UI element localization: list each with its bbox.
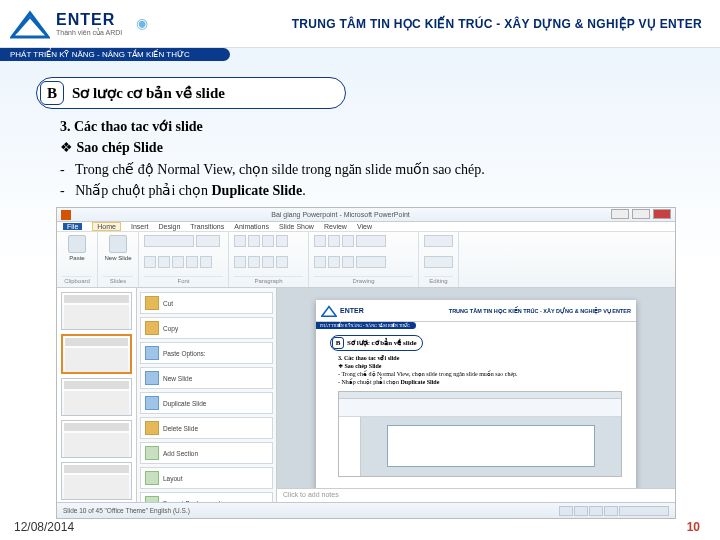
tab-animations[interactable]: Animations <box>234 223 269 230</box>
menu-layout[interactable]: Layout <box>140 467 273 489</box>
ribbon-group-slides: New Slide Slides <box>98 232 139 287</box>
align-left-button[interactable] <box>234 256 246 268</box>
sorter-view-button[interactable] <box>574 506 588 516</box>
numbering-button[interactable] <box>248 235 260 247</box>
content-bullet-1: Sao chép Slide <box>60 138 700 158</box>
shape-button[interactable] <box>328 256 340 268</box>
tab-view[interactable]: View <box>357 223 372 230</box>
brand-subtext: Thành viên của ARDI <box>56 29 122 37</box>
close-button[interactable] <box>653 209 671 219</box>
shape-button[interactable] <box>314 256 326 268</box>
shape-button[interactable] <box>342 235 354 247</box>
shadow-button[interactable] <box>200 256 212 268</box>
normal-view-button[interactable] <box>559 506 573 516</box>
bold-button[interactable] <box>144 256 156 268</box>
footer-page-number: 10 <box>687 520 700 534</box>
menu-copy[interactable]: Copy <box>140 317 273 339</box>
nested-content: 3. Các thao tac với slide Sao chép Slide… <box>316 354 636 386</box>
tab-insert[interactable]: Insert <box>131 223 149 230</box>
header-title: TRUNG TÂM TIN HỌC KIẾN TRÚC - XÂY DỰNG &… <box>148 17 710 31</box>
tab-review[interactable]: Review <box>324 223 347 230</box>
zoom-slider[interactable] <box>619 506 669 516</box>
tab-transitions[interactable]: Transitions <box>190 223 224 230</box>
strike-button[interactable] <box>186 256 198 268</box>
slideshow-view-button[interactable] <box>604 506 618 516</box>
arrange-button[interactable] <box>356 235 386 247</box>
nested-strip: PHÁT TRIỂN KỸ NĂNG - NÂNG TẦM KIẾN THỨC <box>316 322 416 329</box>
menu-add-section[interactable]: Add Section <box>140 442 273 464</box>
tab-design[interactable]: Design <box>158 223 180 230</box>
font-size[interactable] <box>196 235 220 247</box>
work-area: Cut Copy Paste Options: New Slide Duplic… <box>57 288 675 502</box>
status-bar: Slide 10 of 45 "Office Theme" English (U… <box>57 502 675 518</box>
tab-home[interactable]: Home <box>92 222 121 231</box>
content-block: 3. Các thao tac với slide Sao chép Slide… <box>0 117 720 201</box>
ribbon-tabs: File Home Insert Design Transitions Anim… <box>57 222 675 232</box>
content-line-1: 3. Các thao tac với slide <box>60 117 700 137</box>
shape-button[interactable] <box>314 235 326 247</box>
new-slide-button[interactable]: New Slide <box>103 235 133 261</box>
ribbon-group-clipboard: Paste Clipboard <box>57 232 98 287</box>
context-menu-pane: Cut Copy Paste Options: New Slide Duplic… <box>137 288 277 502</box>
content-dash-2: Nhấp chuột phải chọn Duplicate Slide. <box>60 181 700 201</box>
quickstyles-button[interactable] <box>356 256 386 268</box>
outdent-button[interactable] <box>276 235 288 247</box>
ribbon-group-drawing: Drawing <box>309 232 419 287</box>
notes-pane[interactable]: Click to add notes <box>277 488 675 502</box>
find-button[interactable] <box>424 235 453 247</box>
shape-button[interactable] <box>328 235 340 247</box>
maximize-button[interactable] <box>632 209 650 219</box>
nested-logo-icon <box>321 305 337 317</box>
reading-view-button[interactable] <box>589 506 603 516</box>
align-center-button[interactable] <box>248 256 260 268</box>
shape-button[interactable] <box>342 256 354 268</box>
thumbnail[interactable] <box>61 378 132 416</box>
nested-brand: ENTER <box>340 307 364 314</box>
italic-button[interactable] <box>158 256 170 268</box>
menu-delete-slide[interactable]: Delete Slide <box>140 417 273 439</box>
thumbnail[interactable] <box>61 420 132 458</box>
window-buttons <box>610 209 671 220</box>
slide-thumbnail-pane[interactable] <box>57 288 137 502</box>
font-family[interactable] <box>144 235 194 247</box>
tab-file[interactable]: File <box>63 223 82 230</box>
page-header: ENTER Thành viên của ARDI ◉ TRUNG TÂM TI… <box>0 0 720 48</box>
ribbon-group-font: Font <box>139 232 229 287</box>
paste-button[interactable]: Paste <box>62 235 92 261</box>
deco-icon: ◉ <box>136 15 148 32</box>
window-title: Bai giang Powerpoint - Microsoft PowerPo… <box>71 211 610 218</box>
nested-inner-screenshot <box>338 391 622 477</box>
nested-slide: ENTER TRUNG TÂM TIN HỌC KIẾN TRÚC - XÂY … <box>316 300 636 510</box>
justify-button[interactable] <box>276 256 288 268</box>
bullets-button[interactable] <box>234 235 246 247</box>
menu-cut[interactable]: Cut <box>140 292 273 314</box>
ribbon-group-editing: Editing <box>419 232 459 287</box>
ribbon: Paste Clipboard New Slide Slides Font Pa… <box>57 232 675 288</box>
brand-text: ENTER <box>56 11 122 29</box>
status-text: Slide 10 of 45 "Office Theme" English (U… <box>63 507 190 514</box>
menu-new-slide[interactable]: New Slide <box>140 367 273 389</box>
embedded-screenshot: Bai giang Powerpoint - Microsoft PowerPo… <box>56 207 676 519</box>
logo-block: ENTER Thành viên của ARDI ◉ <box>10 9 148 39</box>
nested-section-pill: B Sơ lược cơ bản về slide <box>330 335 423 351</box>
nested-header-title: TRUNG TÂM TIN HỌC KIẾN TRÚC - XÂY DỰNG &… <box>364 308 631 314</box>
replace-button[interactable] <box>424 256 453 268</box>
indent-button[interactable] <box>262 235 274 247</box>
powerpoint-icon <box>61 210 71 220</box>
menu-paste-options[interactable]: Paste Options: <box>140 342 273 364</box>
minimize-button[interactable] <box>611 209 629 219</box>
align-right-button[interactable] <box>262 256 274 268</box>
view-buttons <box>559 506 669 516</box>
menu-duplicate-slide[interactable]: Duplicate Slide <box>140 392 273 414</box>
thumbnail-selected[interactable] <box>61 334 132 374</box>
underline-button[interactable] <box>172 256 184 268</box>
ribbon-group-paragraph: Paragraph <box>229 232 309 287</box>
thumbnail[interactable] <box>61 292 132 330</box>
window-titlebar: Bai giang Powerpoint - Microsoft PowerPo… <box>57 208 675 222</box>
thumbnail[interactable] <box>61 462 132 500</box>
tab-slideshow[interactable]: Slide Show <box>279 223 314 230</box>
logo-icon <box>10 9 50 39</box>
content-dash-1: Trong chế độ Normal View, chọn silde tro… <box>60 160 700 180</box>
section-title-text: Sơ lược cơ bản về slide <box>72 84 225 102</box>
header-strip: PHÁT TRIỂN KỸ NĂNG - NÂNG TẦM KIẾN THỨC <box>0 48 230 61</box>
